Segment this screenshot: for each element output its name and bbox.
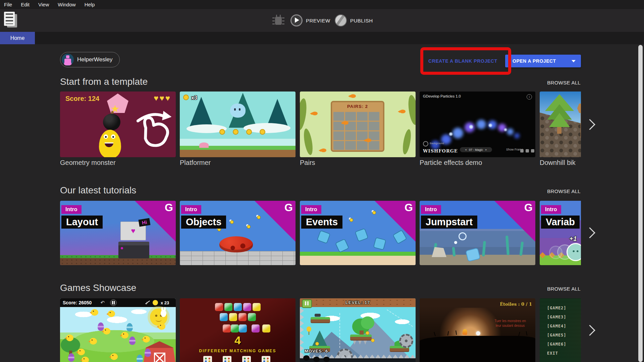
project-manager-button[interactable] (4, 12, 19, 29)
template-card-downhill[interactable]: G (540, 92, 581, 157)
bee-sprite (350, 218, 353, 222)
intro-badge: Intro (421, 205, 441, 214)
publish-button[interactable]: PUBLISH (335, 14, 373, 27)
template-card-platformer[interactable]: x3 (180, 92, 296, 157)
easter-egg (98, 322, 104, 331)
fish-sprite (350, 94, 356, 98)
tutorial-title: Variab (541, 216, 580, 229)
number-label: 4 (180, 334, 296, 347)
section-title-templates: Start from a template (60, 76, 148, 87)
chevron-down-icon[interactable] (572, 60, 576, 62)
color-tile (248, 313, 256, 321)
scroll-right-showcase[interactable] (584, 325, 595, 336)
background-label: Background (430, 142, 444, 145)
template-card-particles[interactable]: GDevelop Particles 1.0 i Background ◄ 07… (420, 92, 535, 157)
lava-pile (219, 236, 253, 252)
template-caption: Geometry monster (60, 159, 116, 167)
bee-sprite (257, 216, 261, 219)
cannon-sprite (315, 314, 321, 317)
gdevelop-logo-icon: G (284, 201, 293, 214)
tutorial-card-layout[interactable]: ♥ Hi G Intro Layout (60, 201, 176, 265)
level-text: LEVEL: 17 (300, 300, 416, 305)
tutorial-title: Jumpstart (421, 216, 477, 229)
tutorial-card-objects[interactable]: G Intro Objects (180, 201, 296, 265)
color-tile (223, 324, 231, 333)
vertical-scrollbar[interactable] (638, 45, 643, 362)
menu-window[interactable]: Window (58, 2, 75, 7)
moon-sprite (476, 331, 480, 336)
hint-text: leur sautant dessus (487, 324, 534, 327)
easter-egg (129, 337, 136, 345)
direction-sign: G (577, 104, 581, 113)
arrow-right-icon: ► (485, 148, 487, 151)
score-text: Score: 26050 (63, 300, 92, 305)
template-card-geometry-monster[interactable]: Score: 124 ♥♥♥ (60, 92, 176, 157)
fish-sprite (312, 112, 318, 115)
showcase-card-terminal[interactable]: [GAME2] [GAME3] [GAME4] [GAME5] [GAME6] … (540, 298, 581, 362)
browse-all-templates[interactable]: BROWSE ALL (547, 80, 581, 85)
open-project-button[interactable]: OPEN A PROJECT (505, 55, 581, 67)
track-label: 07 - Magic (469, 148, 483, 152)
subtitle-label: DIFFERENT MATCHING GAMES (180, 349, 296, 353)
menu-view[interactable]: View (38, 2, 49, 7)
barn-door (154, 353, 165, 362)
seaweed (519, 242, 524, 256)
pentagon-shape (107, 94, 128, 113)
menu-bar: File Edit View Window Help (0, 0, 644, 9)
mini-game-preview (203, 356, 212, 362)
zigzag-spike (540, 252, 546, 258)
easter-egg (126, 323, 133, 331)
showcase-card-chicks[interactable]: Score: 26050 ↶ ♪ x 23 (60, 298, 176, 362)
chick-sprite (82, 357, 89, 362)
pause-button-icon (302, 299, 312, 308)
tab-home[interactable]: Home (0, 32, 35, 44)
tutorial-card-events[interactable]: G Intro Events (300, 201, 416, 265)
menu-edit[interactable]: Edit (21, 2, 30, 7)
undo-icon: ↶ (100, 300, 105, 306)
studio-logo: WISHFORGE (423, 148, 458, 154)
mini-game-preview (262, 356, 270, 362)
menu-help[interactable]: Help (85, 2, 95, 7)
scroll-right-templates[interactable] (584, 119, 595, 130)
bug-legs-icon (282, 17, 284, 25)
debug-button[interactable] (272, 15, 284, 26)
social-icon (531, 149, 534, 153)
fish-sprite (321, 148, 326, 152)
gdevelop-logo-icon: G (165, 201, 173, 214)
menu-file[interactable]: File (4, 2, 12, 7)
color-tile (238, 313, 247, 321)
hi-speech-box: Hi (139, 218, 151, 227)
browse-all-showcase[interactable]: BROWSE ALL (547, 286, 581, 292)
chick-sprite (77, 349, 85, 355)
terminal-line: [GAME5] (547, 333, 567, 338)
wall-spikes (300, 308, 304, 358)
tutorial-card-jumpstart[interactable]: G Intro Jumpstart (420, 201, 535, 265)
user-profile-chip[interactable]: HelperWesley (60, 52, 120, 67)
intro-badge: Intro (541, 205, 561, 214)
ink-blob (303, 355, 310, 361)
terminal-line: [GAME4] (547, 324, 567, 328)
flipping-character (335, 239, 350, 253)
template-card-pairs[interactable]: PAIRS: 2 (300, 92, 416, 157)
fish-sprite (400, 110, 406, 113)
chick-sprite (108, 310, 115, 317)
gdevelop-window: File Edit View Window Help PREVIEW PUBLI… (0, 0, 644, 362)
showcase-card-platformer[interactable]: MOVES: 6 LEVEL: 17 (300, 298, 416, 362)
section-title-tutorials: Our latest tutorials (60, 185, 136, 196)
grass-ground (300, 252, 416, 265)
platform (350, 335, 372, 341)
tutorial-title: Events (301, 216, 342, 229)
social-icon (526, 149, 529, 153)
showcase-card-tiles[interactable]: 4 DIFFERENT MATCHING GAMES (180, 298, 296, 362)
browse-all-tutorials[interactable]: BROWSE ALL (547, 188, 581, 194)
grass-tuft (518, 332, 520, 336)
templates-row: Score: 124 ♥♥♥ Geometry monster (60, 92, 581, 169)
scroll-right-tutorials[interactable] (584, 227, 595, 238)
hand-gesture-icon (133, 108, 174, 152)
bomb-sprite (103, 114, 120, 130)
showcase-card-night[interactable]: Étoiles : 0 / 1 Tuer les monstres en leu… (420, 298, 535, 362)
coin (260, 129, 265, 135)
tutorial-card-variables[interactable]: +1 Intro Variab (540, 201, 581, 265)
dashed-guide-line (339, 313, 340, 348)
preview-button[interactable]: PREVIEW (290, 14, 330, 27)
